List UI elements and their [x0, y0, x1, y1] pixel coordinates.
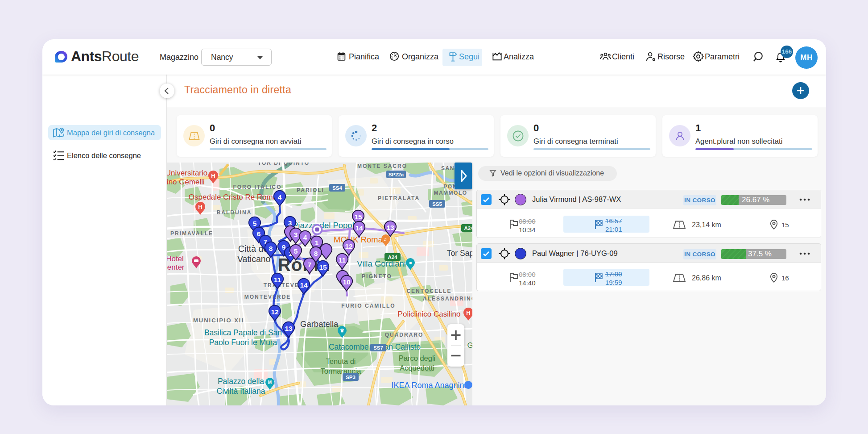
svg-text:PRIMAVALLE: PRIMAVALLE	[170, 230, 213, 237]
svg-text:H: H	[211, 172, 215, 179]
svg-text:SS5: SS5	[432, 201, 442, 207]
svg-text:15: 15	[319, 263, 327, 271]
svg-text:Tenuta di: Tenuta di	[326, 357, 356, 365]
svg-text:SS7: SS7	[373, 345, 383, 351]
svg-text:PARIOLI: PARIOLI	[297, 187, 324, 193]
svg-text:Paolo Fuori le Mura: Paolo Fuori le Mura	[209, 338, 277, 347]
svg-text:SAN: SAN	[441, 165, 455, 171]
svg-text:Center: Center	[167, 263, 185, 271]
svg-text:Ospedale Cristo Re Roma: Ospedale Cristo Re Roma	[189, 193, 277, 201]
svg-text:Parco degli: Parco degli	[399, 354, 436, 362]
svg-text:CENTOCELLE: CENTOCELLE	[406, 288, 451, 294]
svg-text:Vaticano: Vaticano	[237, 254, 271, 264]
svg-text:♬: ♬	[384, 237, 388, 242]
svg-text:4: 4	[278, 193, 282, 201]
svg-text:BALDUINA: BALDUINA	[217, 209, 252, 216]
svg-text:12: 12	[345, 242, 352, 250]
svg-text:ALESSANDRINO: ALESSANDRINO	[423, 296, 472, 302]
svg-text:Hotel: Hotel	[167, 255, 184, 263]
svg-text:MAMMOLO: MAMMOLO	[434, 190, 467, 196]
svg-text:13: 13	[285, 325, 293, 332]
svg-text:Palazzo della: Palazzo della	[218, 377, 264, 386]
svg-text:14: 14	[300, 281, 308, 289]
svg-text:Civiltà Italiana: Civiltà Italiana	[217, 387, 265, 396]
svg-text:IKEA Roma Anagnina: IKEA Roma Anagnina	[391, 381, 469, 390]
svg-text:Garbatella: Garbatella	[300, 319, 339, 329]
svg-text:Gr: Gr	[467, 341, 472, 350]
svg-text:11: 11	[274, 276, 281, 284]
svg-text:A24: A24	[464, 225, 472, 231]
svg-text:■: ■	[409, 260, 412, 265]
svg-text:♛: ♛	[340, 328, 344, 333]
svg-text:QUADRARO: QUADRARO	[385, 332, 424, 338]
svg-text:4: 4	[303, 234, 307, 241]
svg-text:FURIO CAMILLO: FURIO CAMILLO	[341, 303, 395, 309]
svg-text:MUNICIPIO XII: MUNICIPIO XII	[193, 317, 244, 324]
svg-text:Acquedotti: Acquedotti	[400, 364, 434, 372]
svg-text:SP3: SP3	[346, 375, 355, 380]
svg-text:Tor Sap: Tor Sap	[447, 249, 472, 258]
svg-text:A24: A24	[388, 255, 397, 260]
svg-text:8: 8	[314, 250, 318, 257]
svg-text:1: 1	[315, 239, 319, 246]
svg-text:MONTEVERDE: MONTEVERDE	[244, 294, 291, 300]
svg-text:H: H	[466, 309, 470, 316]
svg-text:3: 3	[294, 231, 298, 238]
svg-text:6: 6	[257, 230, 261, 238]
svg-text:14: 14	[355, 224, 363, 232]
svg-text:SP22a: SP22a	[389, 172, 404, 177]
svg-text:15: 15	[354, 213, 362, 221]
svg-text:5: 5	[253, 220, 257, 227]
svg-text:TOR DI QUINTO: TOR DI QUINTO	[258, 163, 310, 166]
svg-text:7: 7	[308, 261, 312, 268]
svg-text:Policlinico Casilino: Policlinico Casilino	[398, 310, 461, 318]
svg-text:5: 5	[294, 247, 298, 255]
svg-text:10: 10	[343, 278, 350, 286]
svg-text:PIGNETO: PIGNETO	[362, 273, 392, 280]
svg-text:MONTE SACRO: MONTE SACRO	[357, 163, 407, 169]
svg-text:M: M	[268, 380, 272, 385]
svg-text:SS4: SS4	[332, 185, 342, 191]
svg-text:H: H	[198, 204, 202, 210]
svg-text:Basilica Papale di San: Basilica Papale di San	[204, 328, 282, 337]
svg-text:12: 12	[271, 308, 278, 316]
svg-text:FORO ITALICO: FORO ITALICO	[233, 184, 281, 190]
svg-text:13: 13	[386, 224, 394, 231]
svg-text:11: 11	[339, 256, 346, 264]
svg-text:8: 8	[269, 245, 273, 252]
svg-text:PIETRALATA: PIETRALATA	[378, 195, 420, 201]
svg-text:tino Gemelli: tino Gemelli	[167, 178, 205, 186]
svg-text:Universitario: Universitario	[167, 169, 207, 177]
